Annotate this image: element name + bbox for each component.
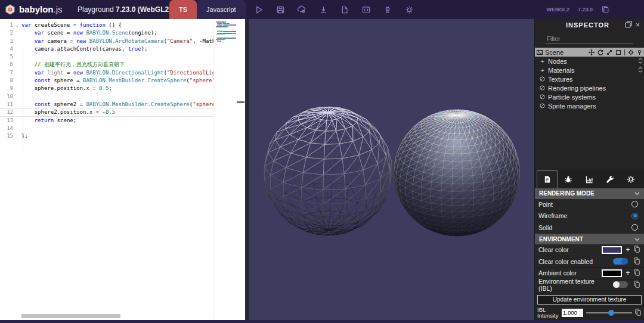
pin-icon[interactable] — [637, 49, 642, 55]
engine-info: WEBGL2 7.23.0 — [546, 5, 644, 15]
copy-icon[interactable] — [635, 309, 642, 317]
tab-typescript[interactable]: TS — [169, 0, 197, 19]
tree-label: Rendering pipelines — [548, 85, 606, 92]
code-line[interactable]: 12 sphere2.position.x = -0.5 — [0, 108, 245, 116]
tree-item-sprite-managers[interactable]: Sprite managers — [535, 101, 644, 110]
clear-button[interactable] — [383, 5, 393, 15]
copy-icon[interactable] — [634, 281, 640, 289]
option-point[interactable]: Point — [535, 199, 644, 211]
horizontal-scrollbar[interactable] — [21, 314, 120, 318]
code-line[interactable]: 6 // 创建平行光，且光线方向垂直朝下 — [0, 61, 245, 69]
expand-color-icon[interactable] — [626, 269, 630, 277]
code-line[interactable]: 1var createScene = function () { — [0, 21, 245, 29]
translate-gizmo-icon[interactable] — [589, 49, 595, 55]
tree-label: Particle systems — [548, 94, 596, 101]
tree-item-textures[interactable]: Textures — [535, 74, 644, 83]
tab-properties[interactable] — [537, 170, 558, 188]
option-solid[interactable]: Solid — [535, 222, 644, 234]
tree-item-materials[interactable]: Materials — [535, 66, 644, 74]
code-line[interactable]: 8 const sphere = BABYLON.MeshBuilder.Cre… — [0, 77, 245, 85]
tree-item-nodes[interactable]: Nodes — [535, 57, 644, 66]
section-environment[interactable]: ENVIRONMENT — [535, 234, 644, 244]
fold-gutter — [13, 38, 21, 45]
slider-knob[interactable] — [608, 310, 614, 316]
fold-gutter — [13, 61, 21, 69]
toolbar — [254, 5, 414, 15]
option-wireframe[interactable]: Wireframe — [535, 210, 644, 222]
expand-all-icon[interactable] — [638, 67, 643, 74]
code-line[interactable]: 10 — [0, 93, 245, 101]
ibl-intensity-slider[interactable] — [586, 309, 632, 316]
clear-color-toggle-on[interactable] — [613, 258, 628, 265]
minimap[interactable] — [214, 19, 245, 320]
code-line[interactable]: 4 camera.attachControl(canvas, true); — [0, 45, 245, 53]
fold-arrow-icon[interactable] — [13, 21, 21, 29]
popup-icon[interactable] — [625, 20, 633, 30]
copy-icon[interactable] — [634, 269, 640, 277]
playground-title: Playground 7.23.0 (WebGL2) — [78, 5, 167, 14]
tree-label: Textures — [548, 76, 573, 83]
new-file-button[interactable] — [340, 5, 350, 15]
scale-gizmo-icon[interactable] — [606, 49, 612, 55]
update-texture-row: Update environment texture — [535, 291, 644, 306]
bounding-box-gizmo-icon[interactable] — [615, 49, 621, 55]
copy-icon[interactable] — [634, 257, 640, 266]
fold-gutter — [13, 101, 21, 108]
run-button[interactable] — [254, 5, 264, 15]
ibl-intensity-input[interactable] — [562, 309, 583, 317]
inspector-button[interactable] — [297, 5, 307, 15]
tab-settings[interactable] — [620, 170, 641, 188]
embed-button[interactable] — [361, 5, 371, 15]
tree-item-particle-systems[interactable]: Particle systems — [535, 92, 644, 101]
fold-gutter — [13, 85, 21, 92]
fold-gutter — [13, 117, 21, 125]
ambient-color-swatch[interactable] — [602, 269, 622, 277]
tree-item-rendering-pipelines[interactable]: Rendering pipelines — [535, 83, 644, 92]
docs-button[interactable] — [601, 5, 609, 15]
gizmo-toolbar — [589, 49, 642, 55]
clear-color-swatch[interactable] — [602, 246, 622, 254]
code-line[interactable]: 13 return scene; — [0, 117, 245, 125]
expand-color-icon[interactable] — [626, 246, 630, 254]
fold-gutter — [13, 93, 21, 101]
engine-label: WEBGL2 — [546, 7, 569, 13]
section-title: ENVIRONMENT — [539, 236, 583, 243]
download-button[interactable] — [318, 5, 329, 15]
expand-all-icon[interactable] — [638, 58, 643, 65]
code-line[interactable]: 15}; — [0, 132, 245, 140]
filter-input[interactable] — [546, 35, 633, 43]
radio-point[interactable] — [631, 201, 638, 207]
ibl-texture-toggle-off[interactable] — [613, 281, 628, 288]
tab-javascript[interactable]: Javascript — [197, 0, 246, 19]
fold-gutter — [13, 45, 21, 53]
fold-gutter — [13, 125, 21, 132]
code-line[interactable]: 7 var light = new BABYLON.DirectionalLig… — [0, 69, 245, 77]
overview-ruler-marker — [237, 101, 244, 103]
babylon-logo[interactable]: babylon.js — [0, 4, 78, 15]
code-line[interactable]: 3 var camera = new BABYLON.ArcRotateCame… — [0, 38, 245, 45]
rotate-gizmo-icon[interactable] — [597, 49, 603, 55]
radio-wireframe-selected[interactable] — [631, 213, 638, 219]
code-line[interactable]: 9 sphere.position.x = 0.5; — [0, 85, 245, 92]
tab-statistics[interactable] — [578, 170, 599, 188]
option-label: Point — [538, 201, 628, 208]
code-line[interactable]: 14 — [0, 125, 245, 132]
row-clear-color: Clear color — [535, 244, 644, 256]
code-line[interactable]: 2 var scene = new BABYLON.Scene(engine); — [0, 29, 245, 37]
settings-button[interactable] — [404, 5, 414, 15]
picker-icon[interactable] — [628, 49, 634, 55]
code-line[interactable]: 11 const sphere2 = BABYLON.MeshBuilder.C… — [0, 101, 245, 108]
fold-gutter — [13, 132, 21, 140]
section-rendering-mode[interactable]: RENDERING MODE — [535, 188, 644, 199]
update-environment-texture-button[interactable]: Update environment texture — [537, 295, 642, 305]
tab-tools[interactable] — [599, 170, 620, 188]
close-icon[interactable] — [636, 21, 644, 29]
tree-item-scene[interactable]: Scene — [535, 48, 644, 57]
tab-debug[interactable] — [558, 170, 578, 188]
render-canvas[interactable] — [249, 19, 534, 320]
code-editor[interactable]: 1var createScene = function () {2 var sc… — [0, 19, 247, 320]
copy-icon[interactable] — [634, 246, 640, 254]
radio-solid[interactable] — [631, 224, 638, 231]
code-line[interactable]: 5 — [0, 53, 245, 61]
save-button[interactable] — [275, 5, 286, 15]
